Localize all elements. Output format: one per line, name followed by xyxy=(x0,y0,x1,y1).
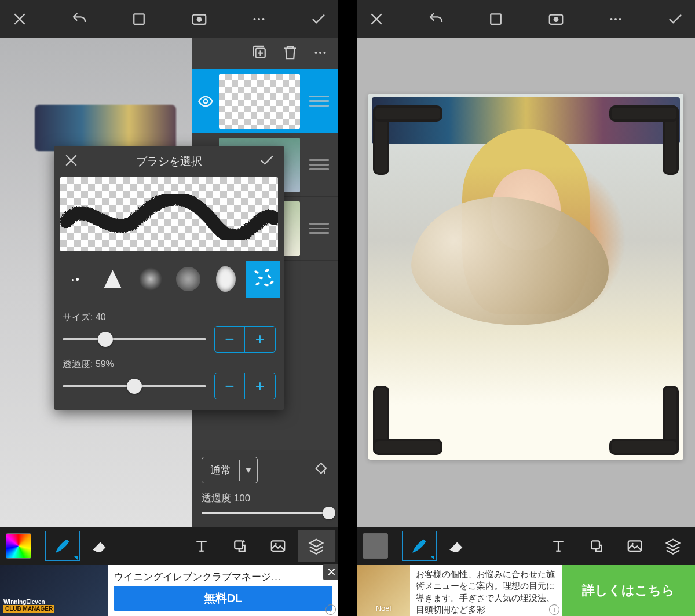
photo-right xyxy=(368,94,683,460)
brush-tip-dots[interactable] xyxy=(58,261,92,298)
top-toolbar-left xyxy=(0,0,338,38)
layer-drag-handle[interactable] xyxy=(300,159,338,170)
opacity-increase-button[interactable]: + xyxy=(245,373,275,399)
layer-drag-handle[interactable] xyxy=(300,96,338,107)
eraser-tool[interactable] xyxy=(81,530,118,562)
confirm-icon[interactable] xyxy=(665,9,686,30)
ad-download-button[interactable]: 無料DL xyxy=(114,586,332,611)
svg-rect-21 xyxy=(491,14,502,24)
layer-visibility-icon[interactable] xyxy=(192,93,219,109)
ad-close-icon[interactable]: ✕ xyxy=(323,564,338,580)
more-icon[interactable] xyxy=(605,9,626,30)
brush-size-slider[interactable] xyxy=(63,338,206,340)
bottom-toolbar-right xyxy=(357,527,695,565)
paint-bucket-icon[interactable] xyxy=(312,460,329,480)
svg-point-15 xyxy=(255,281,260,285)
brush-opacity-stepper: − + xyxy=(214,373,276,399)
brush-tool[interactable] xyxy=(401,530,438,562)
modal-close-icon[interactable] xyxy=(63,152,80,171)
ad-cta-button[interactable]: 詳しくはこちら xyxy=(562,565,695,616)
brush-tip-solid[interactable] xyxy=(96,261,130,298)
brush-mark-bottom-right xyxy=(598,374,679,455)
layer-opacity-label: 透過度 100 xyxy=(202,492,329,505)
svg-point-5 xyxy=(262,18,264,20)
crop-icon[interactable] xyxy=(129,9,149,30)
layers-tool[interactable] xyxy=(298,530,335,562)
ad-info-icon[interactable]: i xyxy=(325,604,336,615)
crop-icon[interactable] xyxy=(485,9,506,30)
svg-point-14 xyxy=(266,274,271,280)
brush-tip-rough[interactable] xyxy=(209,261,243,298)
close-icon[interactable] xyxy=(9,9,30,30)
eraser-tool[interactable] xyxy=(438,530,475,562)
svg-point-17 xyxy=(269,280,274,285)
ad-banner-right[interactable]: Noel お客様の個性、お悩みに合わせた施術メニューをご案内。理想の目元に導きま… xyxy=(357,565,695,616)
modal-confirm-icon[interactable] xyxy=(258,152,276,171)
canvas-right[interactable] xyxy=(357,38,695,527)
brush-mark-top-right xyxy=(598,105,679,186)
layers-toolbar xyxy=(192,38,338,69)
chevron-down-icon: ▼ xyxy=(239,460,257,481)
brush-tip-scatter[interactable] xyxy=(246,261,280,298)
svg-point-7 xyxy=(315,52,317,54)
layer-opacity-slider[interactable] xyxy=(202,512,329,514)
color-swatch[interactable] xyxy=(0,530,37,562)
confirm-icon[interactable] xyxy=(308,9,329,30)
ad-image: Noel xyxy=(357,565,410,616)
ad-text-block: ウイニングイレブンクラブマネージ… 無料DL ✕ i xyxy=(108,565,338,616)
undo-icon[interactable] xyxy=(426,9,447,30)
image-tool[interactable] xyxy=(259,530,297,562)
top-toolbar-right xyxy=(357,0,695,38)
ad-banner-left[interactable]: WinningEleven CLUB MANAGER ウイニングイレブンクラブマ… xyxy=(0,565,338,616)
blend-mode-dropdown[interactable]: 通常 ▼ xyxy=(202,457,258,483)
brush-tip-soft[interactable] xyxy=(133,261,167,298)
bottom-toolbar-left xyxy=(0,527,338,565)
ad-info-icon[interactable]: i xyxy=(549,604,559,615)
svg-point-11 xyxy=(254,270,259,274)
camera-icon[interactable] xyxy=(189,9,210,30)
ad-description: お客様の個性、お悩みに合わせた施術メニューをご案内。理想の目元に導きます。手ぎさ… xyxy=(416,569,556,615)
svg-rect-18 xyxy=(235,541,243,549)
opacity-decrease-button[interactable]: − xyxy=(215,373,245,399)
ad-image: WinningEleven CLUB MANAGER xyxy=(0,565,108,616)
svg-point-8 xyxy=(319,52,321,54)
text-tool[interactable] xyxy=(183,530,220,562)
shape-tool[interactable] xyxy=(578,530,615,562)
svg-rect-19 xyxy=(272,541,285,551)
layer-blend-panel: 通常 ▼ 透過度 100 xyxy=(192,450,338,527)
image-tool[interactable] xyxy=(616,530,653,562)
camera-icon[interactable] xyxy=(546,9,566,30)
blend-mode-label: 通常 xyxy=(202,457,239,483)
brush-tip-list xyxy=(54,251,284,301)
layer-more-icon[interactable] xyxy=(312,44,329,64)
brush-preview xyxy=(60,177,278,251)
size-increase-button[interactable]: + xyxy=(245,327,275,352)
brush-tool[interactable] xyxy=(44,530,81,562)
svg-point-16 xyxy=(264,283,269,287)
color-swatch[interactable] xyxy=(357,530,394,562)
brush-mark-top-left xyxy=(373,105,454,186)
brush-opacity-slider[interactable] xyxy=(63,385,206,387)
add-layer-icon[interactable] xyxy=(251,44,269,64)
brush-size-stepper: − + xyxy=(214,326,276,353)
svg-rect-27 xyxy=(591,541,599,549)
brush-tip-noise[interactable] xyxy=(171,261,205,298)
svg-point-13 xyxy=(258,276,263,279)
svg-point-12 xyxy=(264,269,269,272)
delete-layer-icon[interactable] xyxy=(281,44,299,64)
brush-opacity-label: 透過度: 59% xyxy=(63,358,276,371)
close-icon[interactable] xyxy=(366,9,387,30)
layer-drag-handle[interactable] xyxy=(300,223,338,234)
undo-icon[interactable] xyxy=(69,9,90,30)
text-tool[interactable] xyxy=(540,530,577,562)
layer-row-1[interactable] xyxy=(192,69,338,133)
shape-tool[interactable] xyxy=(221,530,258,562)
layers-tool[interactable] xyxy=(654,530,692,562)
svg-rect-28 xyxy=(628,541,642,551)
svg-point-23 xyxy=(553,17,558,22)
brush-size-label: サイズ: 40 xyxy=(63,311,276,324)
more-icon[interactable] xyxy=(248,9,269,30)
svg-point-20 xyxy=(275,543,277,545)
size-decrease-button[interactable]: − xyxy=(215,327,245,352)
svg-rect-0 xyxy=(134,14,145,24)
